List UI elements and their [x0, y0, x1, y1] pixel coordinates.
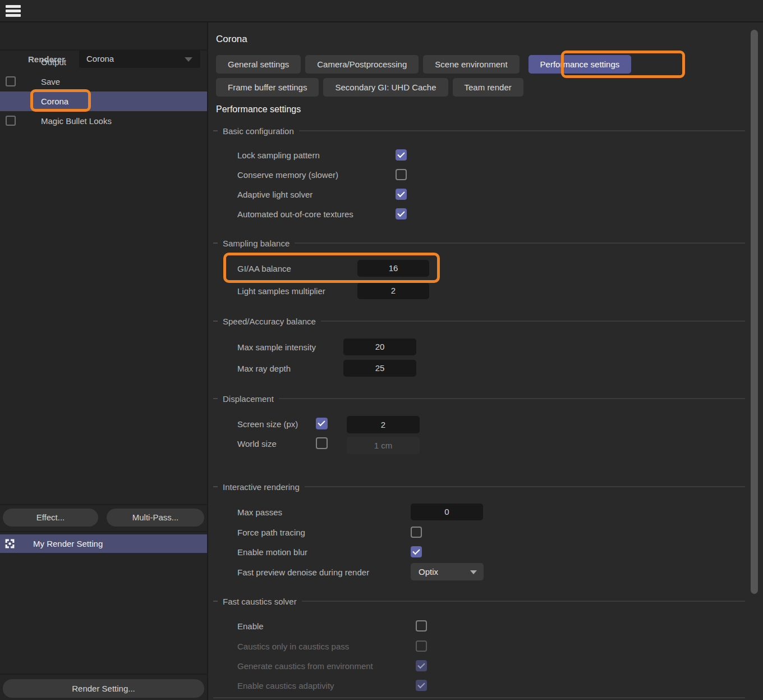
- tab-row-2: Frame buffer settings Secondary GI: UHD …: [216, 78, 523, 97]
- effect-button[interactable]: Effect...: [3, 509, 98, 527]
- max-passes-label: Max passes: [237, 506, 282, 518]
- sidebar-item-save[interactable]: Save: [0, 72, 207, 91]
- tab-secondary-gi-uhd-cache[interactable]: Secondary GI: UHD Cache: [323, 78, 448, 97]
- max-ray-depth-label: Max ray depth: [237, 363, 291, 374]
- tab-scene-environment[interactable]: Scene environment: [423, 55, 519, 74]
- caustics-adaptivity-label: Enable caustics adaptivity: [237, 680, 334, 692]
- sidebar-item-output[interactable]: Output: [0, 52, 207, 72]
- sidebar-item-corona[interactable]: Corona: [0, 91, 207, 111]
- section-dash: [213, 130, 218, 131]
- sidebar-item-label: Output: [41, 52, 66, 72]
- light-samples-multiplier-label: Light samples multiplier: [237, 285, 325, 297]
- screen-size-input[interactable]: 2: [347, 416, 420, 433]
- section-dash: [213, 486, 218, 487]
- divider: [0, 531, 207, 532]
- automated-out-of-core-textures-label: Automated out-of-core textures: [237, 208, 353, 220]
- caustics-enable-label: Enable: [237, 620, 264, 632]
- section-line: [295, 243, 745, 244]
- section-dash: [213, 243, 218, 244]
- save-checkbox[interactable]: [6, 76, 16, 86]
- world-size-input: 1 cm: [347, 437, 420, 454]
- section-title: Fast caustics solver: [223, 597, 297, 606]
- max-passes-input[interactable]: 0: [411, 504, 483, 520]
- sidebar: Renderer Corona Output Save Corona Magic…: [0, 22, 208, 700]
- lock-sampling-pattern-checkbox[interactable]: [396, 149, 407, 161]
- light-samples-multiplier-input[interactable]: 2: [357, 282, 429, 299]
- adaptive-light-solver-checkbox[interactable]: [396, 189, 407, 200]
- interactive-rendering-header: Interactive rendering: [213, 481, 745, 493]
- my-render-setting-label: My Render Setting: [33, 534, 103, 553]
- caustics-adaptivity-checkbox: [416, 680, 427, 691]
- vertical-scrollbar[interactable]: [751, 30, 758, 594]
- fast-preview-denoise-label: Fast preview denoise during render: [237, 566, 369, 578]
- caustics-enable-checkbox[interactable]: [416, 620, 427, 632]
- section-line: [279, 398, 745, 399]
- section-title: Interactive rendering: [223, 482, 300, 492]
- section-heading: Performance settings: [216, 104, 301, 115]
- my-render-setting-row[interactable]: My Render Setting: [0, 534, 207, 553]
- enable-motion-blur-checkbox[interactable]: [411, 546, 422, 557]
- world-size-label: World size: [237, 438, 277, 450]
- hamburger-bar: [6, 5, 21, 8]
- tab-camera-postprocessing[interactable]: Camera/Postprocessing: [305, 55, 419, 74]
- chevron-down-icon: [470, 570, 477, 574]
- magic-bullet-looks-checkbox[interactable]: [6, 116, 16, 126]
- render-setting-button[interactable]: Render Setting...: [3, 679, 204, 698]
- section-title: Displacement: [223, 394, 274, 404]
- gi-aa-balance-label: GI/AA balance: [237, 263, 291, 274]
- sidebar-item-magic-bullet-looks[interactable]: Magic Bullet Looks: [0, 111, 207, 131]
- section-dash: [213, 601, 218, 602]
- adaptive-light-solver-label: Adaptive light solver: [237, 189, 312, 200]
- divider: [0, 674, 207, 675]
- max-sample-intensity-label: Max sample intensity: [237, 341, 316, 353]
- section-dash: [213, 321, 218, 322]
- render-setting-icon: [4, 538, 15, 549]
- hamburger-menu-icon[interactable]: [6, 5, 21, 19]
- caustics-only-pass-label: Caustics only in caustics pass: [237, 640, 349, 652]
- caustics-only-pass-checkbox: [416, 640, 427, 652]
- render-settings-window: Renderer Corona Output Save Corona Magic…: [0, 0, 763, 700]
- tab-team-render[interactable]: Team render: [453, 78, 523, 97]
- force-path-tracing-label: Force path tracing: [237, 527, 305, 538]
- screen-size-checkbox[interactable]: [316, 418, 328, 429]
- tab-performance-settings[interactable]: Performance settings: [528, 55, 632, 74]
- sidebar-item-label: Save: [41, 72, 60, 91]
- multi-pass-button[interactable]: Multi-Pass...: [107, 509, 204, 527]
- generate-caustics-env-label: Generate caustics from environment: [237, 660, 373, 672]
- tab-frame-buffer-settings[interactable]: Frame buffer settings: [216, 78, 319, 97]
- gi-aa-balance-input[interactable]: 16: [357, 260, 429, 277]
- hamburger-bar: [6, 14, 21, 17]
- section-line: [321, 321, 745, 322]
- enable-motion-blur-label: Enable motion blur: [237, 546, 307, 558]
- max-ray-depth-input[interactable]: 25: [343, 360, 416, 377]
- section-dash: [213, 398, 218, 399]
- generate-caustics-env-checkbox: [416, 660, 427, 671]
- automated-out-of-core-textures-checkbox[interactable]: [396, 208, 407, 219]
- fast-preview-denoise-dropdown[interactable]: Optix: [411, 563, 484, 580]
- fast-caustics-solver-header: Fast caustics solver: [213, 595, 745, 607]
- max-sample-intensity-input[interactable]: 20: [343, 338, 416, 355]
- page-title: Corona: [216, 34, 247, 45]
- conserve-memory-checkbox[interactable]: [396, 169, 407, 180]
- divider: [0, 504, 207, 505]
- section-title: Basic configuration: [223, 126, 294, 136]
- tab-general-settings[interactable]: General settings: [216, 55, 301, 74]
- section-line: [305, 486, 745, 487]
- section-line: [302, 601, 745, 602]
- section-line: [299, 130, 745, 131]
- sidebar-item-label: Corona: [41, 91, 68, 111]
- sampling-balance-header: Sampling balance: [213, 237, 745, 249]
- lock-sampling-pattern-label: Lock sampling pattern: [237, 149, 320, 161]
- hamburger-bar: [6, 10, 21, 12]
- world-size-checkbox[interactable]: [316, 437, 328, 449]
- tab-row-1: General settings Camera/Postprocessing S…: [216, 55, 631, 74]
- screen-size-label: Screen size (px): [237, 418, 298, 430]
- force-path-tracing-checkbox[interactable]: [411, 527, 422, 538]
- conserve-memory-label: Conserve memory (slower): [237, 169, 338, 181]
- fast-preview-denoise-value: Optix: [419, 567, 438, 577]
- displacement-header: Displacement: [213, 392, 745, 405]
- section-line: [213, 697, 745, 698]
- divider: [0, 49, 207, 51]
- top-bar: [0, 0, 763, 22]
- speed-accuracy-balance-header: Speed/Accuracy balance: [213, 315, 745, 327]
